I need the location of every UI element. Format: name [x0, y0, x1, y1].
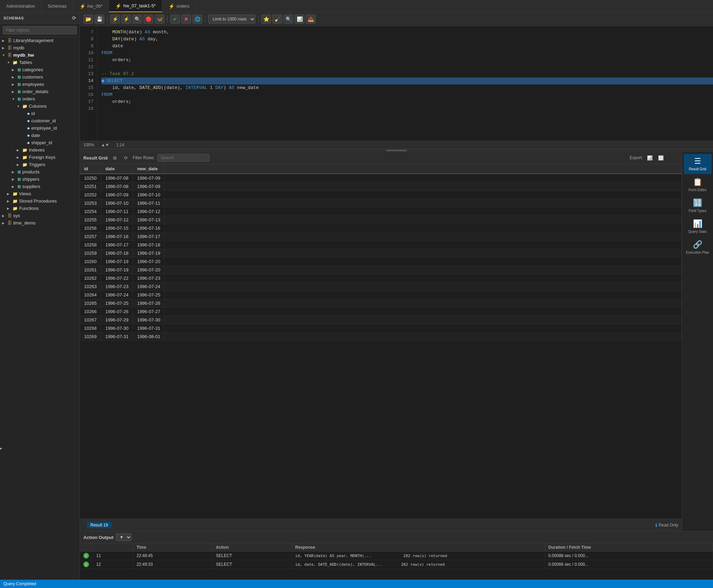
stop-btn[interactable]: 🔴: [144, 15, 153, 24]
save-btn[interactable]: 💾: [95, 15, 104, 24]
star-btn[interactable]: ⭐: [261, 15, 271, 24]
tab-schemas[interactable]: Schemas: [41, 0, 73, 12]
editor-area[interactable]: 7 8 9 10 11 12 13 14 15 16 17 18 MONTH(d…: [80, 26, 713, 141]
sidebar-item-col-shipper-id[interactable]: ◆ shipper_id: [0, 139, 80, 146]
format-btn[interactable]: 📊: [295, 15, 304, 24]
wrap-btn[interactable]: ⬜: [657, 154, 665, 162]
table-row[interactable]: 102611996-07-191996-07-20: [80, 266, 682, 274]
refresh-icon[interactable]: ⟳: [72, 15, 76, 21]
sidebar-item-indexes[interactable]: ▶ 📁 Indexes: [0, 146, 80, 154]
zoom-stepper[interactable]: ▲▼: [101, 142, 109, 147]
table-row[interactable]: 102661996-07-261996-07-27: [80, 308, 682, 316]
side-panel-result-grid[interactable]: ☰ Result Grid: [684, 154, 712, 174]
commit-btn[interactable]: 🦋: [155, 15, 164, 24]
tab-administration[interactable]: Administration: [0, 0, 41, 12]
table-row[interactable]: 102591996-07-181996-07-19: [80, 249, 682, 258]
table-row[interactable]: 102641996-07-241996-07-25: [80, 291, 682, 299]
sidebar-item-views[interactable]: ▶ 📁 Views: [0, 190, 80, 197]
sidebar-item-tables[interactable]: ▼ 📁 Tables: [0, 59, 80, 66]
sidebar-item-stored-procedures[interactable]: ▶ 📁 Stored Procedures: [0, 197, 80, 205]
sidebar-item-triggers[interactable]: ▶ 📁 Triggers: [0, 161, 80, 168]
table-row[interactable]: 102561996-07-151996-07-16: [80, 224, 682, 232]
table-row[interactable]: 102691996-07-311996-08-01: [80, 333, 682, 341]
cell-1: 1996-07-24: [101, 291, 133, 299]
code-area[interactable]: MONTH(date) AS month, DAY(date) AS day, …: [97, 26, 713, 141]
action-row-12[interactable]: ✓ 12 22:49:33 SELECT id, date, DATE_ADD(…: [80, 560, 713, 569]
sidebar-item-sys[interactable]: ▶ 🗄 sys: [0, 212, 80, 219]
refresh-btn[interactable]: 🌐: [192, 15, 202, 24]
action-output-select[interactable]: ▼: [116, 533, 132, 541]
export-btn[interactable]: 📤: [306, 15, 315, 24]
table-row[interactable]: 102521996-07-091996-07-10: [80, 191, 682, 199]
read-only-label: Read Only: [658, 523, 678, 528]
code-line-10: FROM: [101, 50, 713, 57]
db-icon-time-demo: 🗄: [8, 221, 12, 226]
folder-icon-triggers: 📁: [22, 162, 27, 167]
sidebar-item-foreign-keys[interactable]: ▶ 📁 Foreign Keys: [0, 154, 80, 161]
search-btn[interactable]: 🔍: [284, 15, 293, 24]
sidebar-item-col-id[interactable]: ◆ id: [0, 110, 80, 117]
sidebar-item-employees[interactable]: ▶ ▦ employees: [0, 81, 80, 88]
code-line-15: id, date, DATE_ADD((date), INTERVAL 1 DA…: [101, 84, 713, 91]
table-row[interactable]: 102651996-07-251996-07-26: [80, 299, 682, 308]
col-header-id[interactable]: id: [80, 164, 101, 174]
table-row[interactable]: 102681996-07-301996-07-31: [80, 324, 682, 333]
sidebar-item-mydb[interactable]: ▶ 🗄 mydb: [0, 44, 80, 51]
sidebar-item-mydb-hw[interactable]: ▼ 🗄 mydb_hw: [0, 51, 80, 59]
filter-input[interactable]: [3, 26, 77, 34]
side-panel-form-editor[interactable]: 📋 Form Editor: [684, 175, 712, 195]
action-row-11[interactable]: ✓ 11 22:48:45 SELECT id, YEAR(date) AS y…: [80, 552, 713, 560]
check-btn[interactable]: ✔: [170, 15, 180, 24]
sidebar-item-col-employee-id[interactable]: ◆ employee_id: [0, 124, 80, 132]
table-row[interactable]: 102671996-07-291996-07-30: [80, 316, 682, 324]
table-row[interactable]: 102631996-07-231996-07-24: [80, 283, 682, 291]
side-panel-query-stats[interactable]: 📊 Query Stats: [684, 217, 712, 237]
sidebar-item-customers[interactable]: ▶ ▦ customers: [0, 73, 80, 81]
table-row[interactable]: 102511996-07-081996-07-09: [80, 182, 682, 191]
open-folder-btn[interactable]: 📂: [83, 15, 93, 24]
col-icon-shipper-id: ◆: [27, 141, 30, 145]
col-header-new-date[interactable]: new_date: [133, 164, 165, 174]
sidebar-item-products[interactable]: ▶ ▦ products: [0, 168, 80, 175]
explain-btn[interactable]: 🔍: [132, 15, 142, 24]
table-row[interactable]: 102601996-07-191996-07-20: [80, 258, 682, 266]
table-row[interactable]: 102501996-07-081996-07-09: [80, 174, 682, 182]
side-panel-execution-plan[interactable]: 🔗 Execution Plan: [684, 237, 712, 258]
sidebar-item-columns[interactable]: ▼ 📁 Columns: [0, 103, 80, 110]
tab-orders[interactable]: ⚡ orders: [162, 0, 196, 12]
sidebar-item-order-details[interactable]: ▶ ▦ order_details: [0, 88, 80, 95]
result-tab-19[interactable]: Result 19: [87, 522, 112, 528]
execute-btn[interactable]: ⚡: [110, 15, 120, 24]
side-panel-field-types[interactable]: 🔢 Field Types: [684, 196, 712, 216]
sidebar-item-col-date[interactable]: ◆ date: [0, 132, 80, 139]
table-row[interactable]: 102581996-07-171996-07-18: [80, 241, 682, 249]
sidebar-item-orders[interactable]: ▼ ▦ orders: [0, 95, 80, 103]
sidebar-item-col-customer-id[interactable]: ◆ customer_id: [0, 117, 80, 124]
export-btn-grid[interactable]: 📊: [646, 154, 654, 162]
limit-select[interactable]: Limit to 1000 rows: [208, 15, 255, 24]
table-row[interactable]: 102551996-07-121996-07-13: [80, 216, 682, 224]
sidebar-item-librarymanagement[interactable]: ▶ 🗄 LibraryManagement: [0, 37, 80, 44]
search-input[interactable]: [157, 154, 210, 162]
tab-hw06[interactable]: ⚡ hw_06*: [73, 0, 109, 12]
sidebar-item-suppliers[interactable]: ▶ ▦ suppliers: [0, 183, 80, 190]
sidebar-item-categories[interactable]: ▶ ▦ categories: [0, 66, 80, 73]
erase-btn[interactable]: 🧹: [272, 15, 282, 24]
cancel-btn[interactable]: ✖: [181, 15, 191, 24]
data-table-wrap[interactable]: id date new_date 102501996-07-081996-07-…: [80, 164, 682, 518]
cell-2: 1996-07-17: [133, 232, 165, 241]
sidebar-item-time-demo[interactable]: ▶ 🗄 time_demo: [0, 219, 80, 227]
code-line-12: [101, 64, 713, 71]
tab-hw07[interactable]: ⚡ hw_07_task1-5*: [109, 0, 162, 12]
table-icon-products: ▦: [17, 170, 21, 174]
table-row[interactable]: 102571996-07-161996-07-17: [80, 232, 682, 241]
sidebar-item-shippers[interactable]: ▶ ▦ shippers: [0, 175, 80, 183]
execute-selection-btn[interactable]: ⚡: [121, 15, 131, 24]
table-row[interactable]: 102541996-07-111996-07-12: [80, 207, 682, 216]
sidebar-item-functions[interactable]: ▶ 📁 Functions: [0, 205, 80, 212]
table-row[interactable]: 102621996-07-221996-07-23: [80, 274, 682, 283]
col-header-date[interactable]: date: [101, 164, 133, 174]
table-row[interactable]: 102531996-07-101996-07-11: [80, 199, 682, 207]
refresh-grid-btn[interactable]: ⟳: [122, 154, 130, 162]
grid-view-btn[interactable]: ⊞: [110, 154, 119, 162]
